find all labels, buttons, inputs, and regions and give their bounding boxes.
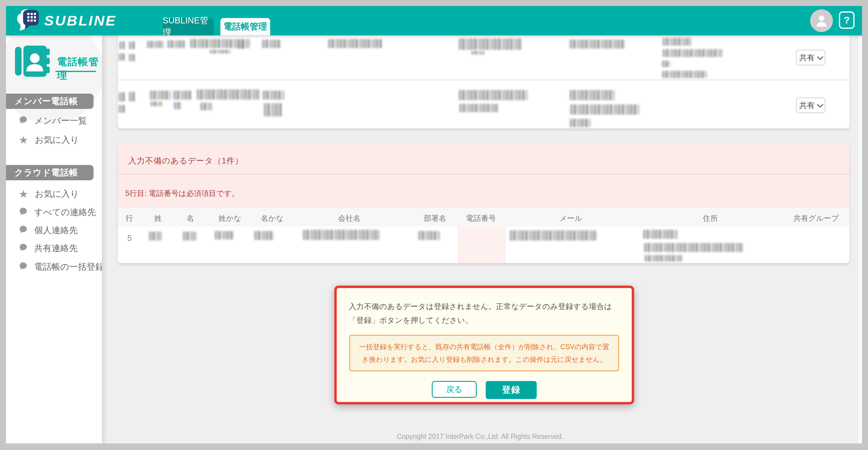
col-row: 行 — [126, 213, 133, 223]
row-number: 5 — [125, 234, 134, 243]
speech-bubble-icon — [19, 225, 28, 236]
col-phone: 電話番号 — [466, 213, 496, 223]
invalid-data-message: 5行目: 電話番号は必須項目です。 — [125, 188, 239, 198]
page: SUBLINE SUBLINE管理 電話帳管理 ? — [6, 6, 862, 443]
share-group-select[interactable]: 共有 — [796, 97, 826, 113]
col-address: 住所 — [703, 213, 718, 223]
col-last-name: 姓 — [154, 213, 162, 223]
phonebook-module-icon — [15, 46, 51, 78]
person-icon — [814, 13, 829, 28]
speech-bubble-icon — [19, 243, 28, 254]
subline-logo: SUBLINE — [17, 9, 115, 32]
invalid-data-panel: 入力不備のあるデータ（1件） 5行目: 電話番号は必須項目です。 行 姓 名 姓… — [118, 143, 849, 263]
invalid-data-title: 入力不備のあるデータ（1件） — [128, 155, 243, 166]
sidebar-item-label: 電話帳の一括登録 — [34, 261, 102, 273]
sidebar-item-bulk-register[interactable]: 電話帳の一括登録 — [19, 261, 102, 274]
app-window: { "header": { "brand": "SUBLINE", "tabs"… — [0, 0, 868, 450]
sidebar-item-all-contacts[interactable]: すべての連絡先 — [19, 206, 96, 219]
sidebar-item-label: すべての連絡先 — [34, 206, 96, 218]
share-select-value: 共有 — [799, 100, 815, 111]
chevron-down-icon — [817, 53, 823, 60]
scrollbar-gutter[interactable] — [859, 35, 862, 443]
confirm-register-dialog: 入力不備のあるデータは登録されません。正常なデータのみ登録する場合は「登録」ボタ… — [334, 286, 634, 404]
sidebar-item-label: 個人連絡先 — [34, 224, 78, 236]
missing-phone-cell — [458, 227, 505, 263]
user-avatar[interactable] — [810, 9, 833, 32]
share-select-value: 共有 — [799, 53, 815, 63]
register-button[interactable]: 登録 — [486, 381, 537, 399]
sidebar-item-label: メンバー一覧 — [34, 115, 87, 127]
sidebar-item-label: 共有連絡先 — [34, 242, 78, 254]
dialog-message: 入力不備のあるデータは登録されません。正常なデータのみ登録する場合は「登録」ボタ… — [349, 299, 620, 327]
dialog-warning: 一括登録を実行すると、既存の共有電話帳（全件）が削除され、CSVの内容で置き換わ… — [349, 335, 619, 371]
help-question-icon: ? — [844, 15, 850, 26]
sidebar-title-underline — [56, 71, 96, 72]
col-share-group: 共有グループ — [793, 213, 839, 223]
row-divider — [118, 79, 849, 81]
sidebar-item-label: お気に入り — [35, 188, 79, 200]
star-icon: ★ — [19, 135, 28, 146]
contact-list-card — [118, 35, 849, 128]
sidebar-item-shared-contacts[interactable]: 共有連絡先 — [19, 242, 78, 255]
back-button[interactable]: 戻る — [432, 381, 477, 398]
col-email: メール — [559, 213, 582, 223]
brand-wordmark: SUBLINE — [44, 12, 116, 29]
sidebar-item-member-list[interactable]: メンバー一覧 — [19, 114, 87, 127]
help-button[interactable]: ? — [839, 11, 855, 29]
col-department: 部署名 — [424, 213, 446, 223]
sidebar-item-member-favorites[interactable]: ★ お気に入り — [19, 133, 79, 147]
section-cloud-phonebook: クラウド電話帳 — [6, 165, 94, 180]
col-first-kana: 名かな — [261, 213, 284, 223]
sidebar-item-cloud-favorites[interactable]: ★ お気に入り — [19, 187, 79, 201]
error-table-header: 行 姓 名 姓かな 名かな 会社名 部署名 電話番号 メール 住所 共有グループ — [118, 208, 849, 227]
alert-divider — [118, 174, 849, 174]
copyright-text: Copyright 2017 InterPark Co.,Ltd. All Ri… — [102, 432, 859, 441]
share-group-select[interactable]: 共有 — [796, 50, 826, 65]
speech-bubble-icon — [19, 207, 28, 218]
subline-logo-icon — [17, 9, 42, 32]
sidebar-item-label: お気に入り — [35, 134, 79, 146]
section-member-phonebook: メンバー電話帳 — [6, 94, 94, 109]
sidebar-item-personal-contacts[interactable]: 個人連絡先 — [19, 224, 78, 237]
sidebar-module-title: 電話帳管理 — [57, 55, 102, 82]
col-company: 会社名 — [338, 213, 361, 223]
error-table-row: 5 — [118, 227, 849, 263]
col-last-kana: 姓かな — [219, 213, 241, 223]
chevron-down-icon — [817, 101, 823, 108]
tab-subline-admin[interactable]: SUBLINE管理 — [162, 18, 214, 35]
dialog-actions: 戻る 登録 — [349, 381, 620, 399]
invalid-data-alert: 入力不備のあるデータ（1件） 5行目: 電話番号は必須項目です。 — [118, 143, 849, 208]
speech-bubble-icon — [19, 262, 28, 273]
star-icon: ★ — [19, 189, 28, 200]
sidebar: 電話帳管理 メンバー電話帳 メンバー一覧 ★ お気に入り クラウド電話帳 ★ お… — [6, 35, 102, 443]
speech-bubble-icon — [19, 116, 28, 127]
col-first-name: 名 — [187, 213, 194, 223]
tab-phonebook-admin[interactable]: 電話帳管理 — [220, 18, 270, 35]
top-header-bar: SUBLINE SUBLINE管理 電話帳管理 ? — [6, 6, 862, 35]
